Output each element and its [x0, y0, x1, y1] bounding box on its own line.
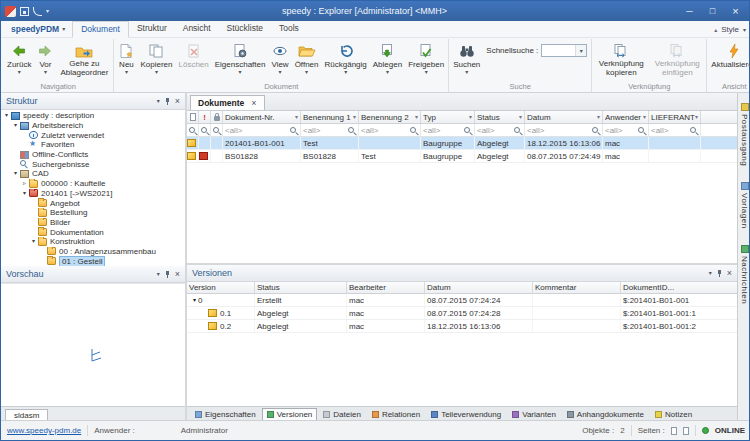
style-dropdown-icon[interactable]: [743, 27, 746, 33]
column-typ[interactable]: Typ: [421, 111, 475, 123]
filter-cell[interactable]: [199, 124, 211, 136]
tree-expander-icon[interactable]: ▾: [12, 122, 19, 129]
close-panel-icon[interactable]: [175, 97, 180, 106]
tree-item[interactable]: ▾ Arbeitsbereich: [1, 121, 185, 131]
undo-icon[interactable]: [33, 7, 42, 16]
version-row[interactable]: 0.2 Abgelegt mac 18.12.2015 16:13:06 $:2…: [187, 320, 737, 333]
column-dokument-nr[interactable]: Dokument-Nr.: [223, 111, 301, 123]
filter-cell[interactable]: <all>: [421, 124, 475, 136]
close-button[interactable]: [726, 3, 745, 19]
filter-dropdown-icon[interactable]: [415, 114, 418, 120]
quick-search-input[interactable]: [542, 45, 575, 56]
tree-item[interactable]: ▾ speedy : description: [1, 111, 185, 121]
tree-item[interactable]: Bestellung: [1, 208, 185, 218]
filter-cell[interactable]: <all>: [359, 124, 421, 136]
tree-item[interactable]: ▾ 201401 [->WS2021]: [1, 189, 185, 199]
filter-dropdown-icon[interactable]: [695, 114, 698, 120]
side-tab[interactable]: Postausgang: [740, 103, 749, 166]
app-menu-tab[interactable]: speedyPDM: [4, 22, 72, 37]
column-lock[interactable]: [211, 111, 223, 123]
website-link[interactable]: www.speedy-pdm.de: [7, 426, 81, 435]
page-view-icon-2[interactable]: [683, 427, 689, 435]
filter-cell[interactable]: [187, 124, 199, 136]
tree-expander-icon[interactable]: ▾: [21, 190, 28, 197]
copy-button[interactable]: Kopieren: [137, 39, 175, 82]
column-benennung1[interactable]: Benennung 1: [301, 111, 359, 123]
panel-menu-icon[interactable]: [157, 98, 160, 104]
ribbon-tab[interactable]: Tools: [271, 21, 307, 37]
filter-cell[interactable]: <all>: [525, 124, 603, 136]
pin-icon[interactable]: [716, 269, 723, 278]
tree-item[interactable]: ▾ Konstruktion: [1, 237, 185, 247]
side-tab[interactable]: Nachrichten: [740, 245, 749, 304]
new-button[interactable]: Neu: [115, 39, 137, 82]
filter-cell[interactable]: <all>: [603, 124, 649, 136]
tree-item[interactable]: Offline-Conflicts: [1, 150, 185, 160]
tree-item[interactable]: Zuletzt verwendet: [1, 130, 185, 140]
document-row[interactable]: BS01828 BS01828 Test Baugruppe Abgelegt …: [187, 150, 737, 163]
column-version[interactable]: Version: [187, 282, 255, 293]
page-view-icon[interactable]: [671, 427, 677, 435]
documents-tab[interactable]: Dokumente: [190, 95, 265, 110]
maximize-button[interactable]: [703, 3, 722, 19]
tree-item[interactable]: Suchergebnisse: [1, 159, 185, 169]
pin-icon[interactable]: [164, 97, 171, 106]
app-icon[interactable]: [5, 6, 16, 17]
column-status[interactable]: Status: [255, 282, 347, 293]
tree-item[interactable]: 00 : Anlagenzusammenbau: [1, 247, 185, 257]
collapse-ribbon-icon[interactable]: [714, 26, 717, 33]
tree-item[interactable]: ▾ CAD: [1, 169, 185, 179]
column-anwender[interactable]: Anwender: [603, 111, 649, 123]
document-row[interactable]: 201401-B01-001 Test Baugruppe Abgelegt 1…: [187, 137, 737, 150]
tree-item[interactable]: Dokumentation: [1, 227, 185, 237]
style-selector[interactable]: Style: [721, 25, 739, 34]
panel-menu-icon[interactable]: [157, 271, 160, 277]
filter-cell[interactable]: <all>: [223, 124, 301, 136]
column-datum[interactable]: Datum: [525, 111, 603, 123]
ribbon-tab[interactable]: Dokument: [72, 21, 129, 38]
release-button[interactable]: Freigeben: [405, 39, 447, 82]
filter-cell[interactable]: <all>: [475, 124, 525, 136]
filter-cell[interactable]: <all>: [649, 124, 701, 136]
column-warning[interactable]: [199, 111, 211, 123]
version-row[interactable]: 0.1 Abgelegt mac 08.07.2015 07:24:28 $:2…: [187, 307, 737, 320]
pin-icon[interactable]: [164, 270, 171, 279]
filter-dropdown-icon[interactable]: [519, 114, 522, 120]
filter-cell[interactable]: <all>: [301, 124, 359, 136]
tree-expander-icon[interactable]: ▾: [30, 238, 37, 245]
column-document-type[interactable]: [187, 111, 199, 123]
back-button[interactable]: Zurück: [4, 39, 34, 82]
row-expander-icon[interactable]: ▾: [191, 297, 198, 304]
column-dokumentid[interactable]: DokumentID...: [621, 282, 737, 293]
quick-access-dropdown-icon[interactable]: [46, 8, 49, 14]
tree-item[interactable]: Bilder: [1, 218, 185, 228]
view-button[interactable]: View: [268, 39, 291, 82]
close-tab-icon[interactable]: [251, 99, 256, 108]
checkin-button[interactable]: Ablegen: [370, 39, 405, 82]
tree-item[interactable]: ▹ 000000 : Kaufteile: [1, 179, 185, 189]
goto-folder-button[interactable]: Gehe zu Ablageordner: [56, 39, 112, 82]
ribbon-tab[interactable]: Stückliste: [219, 21, 271, 37]
tree-expander-icon[interactable]: ▹: [21, 180, 28, 187]
minimize-button[interactable]: [680, 3, 699, 19]
close-panel-icon[interactable]: [175, 270, 180, 279]
ribbon-tab[interactable]: Ansicht: [175, 21, 219, 37]
preview-viewport[interactable]: [1, 283, 185, 406]
close-panel-icon[interactable]: [727, 269, 732, 278]
ribbon-tab[interactable]: Struktur: [129, 21, 175, 37]
side-tab[interactable]: Vorlagen: [740, 182, 749, 229]
column-datum[interactable]: Datum: [425, 282, 533, 293]
forward-button[interactable]: Vor: [34, 39, 56, 82]
tree-expander-icon[interactable]: ▾: [12, 170, 19, 177]
filter-dropdown-icon[interactable]: [353, 114, 356, 120]
properties-button[interactable]: Eigenschaften: [212, 39, 269, 82]
tree-item[interactable]: Favoriten: [1, 140, 185, 150]
column-kommentar[interactable]: Kommentar: [533, 282, 621, 293]
version-row[interactable]: ▾ 0 Erstellt mac 08.07.2015 07:24:24 $:2…: [187, 294, 737, 307]
combo-dropdown-icon[interactable]: [575, 45, 586, 56]
column-benennung2[interactable]: Benennung 2: [359, 111, 421, 123]
filter-dropdown-icon[interactable]: [469, 114, 472, 120]
column-lieferant[interactable]: LIEFERANT: [649, 111, 701, 123]
filter-cell[interactable]: [211, 124, 223, 136]
filter-dropdown-icon[interactable]: [295, 114, 298, 120]
